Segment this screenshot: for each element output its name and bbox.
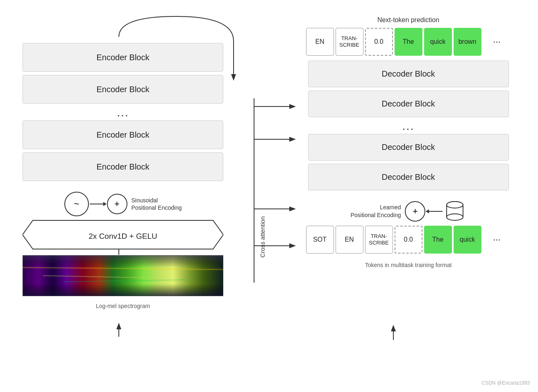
decoder-block-4: Decoder Block (308, 164, 509, 190)
wave-circle: ~ (64, 192, 89, 216)
encoder-block-1: Encoder Block (23, 43, 223, 72)
encoder-block-3: Encoder Block (23, 120, 223, 149)
output-token-row: EN TRAN-SCRIBE 0.0 The quick brown ··· (306, 28, 511, 56)
sinusoidal-row: ~ + Sinusoidal Positional Encoding (23, 192, 223, 216)
conv-block-wrapper: 2x Conv1D + GELU (23, 220, 223, 252)
encoder-top-blocks: Encoder Block Encoder Block ... Encoder … (23, 43, 223, 184)
spectrogram-svg (23, 255, 223, 296)
sinusoidal-label: Sinusoidal Positional Encoding (132, 197, 182, 211)
decoder-blocks: Decoder Block Decoder Block ... Decoder … (308, 61, 509, 194)
input-token-dots: ··· (483, 226, 511, 254)
tokens-label: Tokens in multitask training format (365, 262, 452, 268)
conv-trapezoid-svg: 2x Conv1D + GELU (23, 220, 223, 250)
decoder-dots: ... (308, 120, 509, 132)
output-token-dots: ··· (483, 28, 511, 56)
svg-text:2x Conv1D + GELU: 2x Conv1D + GELU (89, 232, 157, 240)
plus-circle: + (107, 194, 127, 214)
input-token-transcribe: TRAN-SCRIBE (365, 226, 393, 254)
output-token-the: The (395, 28, 422, 56)
output-token-00: 0.0 (365, 28, 393, 56)
decoder-side: Next-token prediction EN TRAN-SCRIBE 0.0… (287, 8, 530, 384)
output-token-quick: quick (424, 28, 452, 56)
input-token-the: The (424, 226, 452, 254)
encoder-block-2: Encoder Block (23, 75, 223, 104)
spectrogram (23, 255, 223, 296)
input-token-quick: quick (454, 226, 481, 254)
input-token-row: SOT EN TRAN-SCRIBE 0.0 The quick ··· (306, 226, 511, 254)
learned-plus-circle: + (405, 201, 425, 222)
next-token-label: Next-token prediction (377, 16, 439, 24)
input-token-en: EN (336, 226, 363, 254)
svg-point-24 (447, 202, 463, 208)
input-token-00: 0.0 (395, 226, 422, 254)
cylinder-to-plus-arrow (426, 211, 443, 212)
diagram-container: Encoder Block Encoder Block ... Encoder … (0, 0, 538, 392)
learned-label: Learned Positional Encoding (351, 204, 401, 218)
spectrogram-label: Log-mel spectrogram (96, 303, 150, 309)
learned-pos-row: Learned Positional Encoding + (308, 200, 509, 222)
encoder-block-4: Encoder Block (23, 152, 223, 181)
cross-attention-label: Cross attention (259, 216, 266, 258)
decoder-block-1: Decoder Block (308, 61, 509, 87)
svg-point-23 (447, 214, 463, 220)
output-token-transcribe: TRAN-SCRIBE (336, 28, 363, 56)
output-token-brown: brown (454, 28, 481, 56)
decoder-block-2: Decoder Block (308, 91, 509, 117)
cylinder-icon (443, 200, 466, 222)
input-token-sot: SOT (306, 226, 334, 254)
cross-attention-area: Cross attention (238, 8, 287, 384)
output-token-en: EN (306, 28, 334, 56)
decoder-block-3: Decoder Block (308, 134, 509, 161)
watermark: CSDN @Encarta1993 (481, 380, 530, 386)
encoder-dots: ... (23, 107, 223, 118)
wave-to-plus-arrow (90, 204, 106, 204)
encoder-side: Encoder Block Encoder Block ... Encoder … (8, 8, 238, 384)
